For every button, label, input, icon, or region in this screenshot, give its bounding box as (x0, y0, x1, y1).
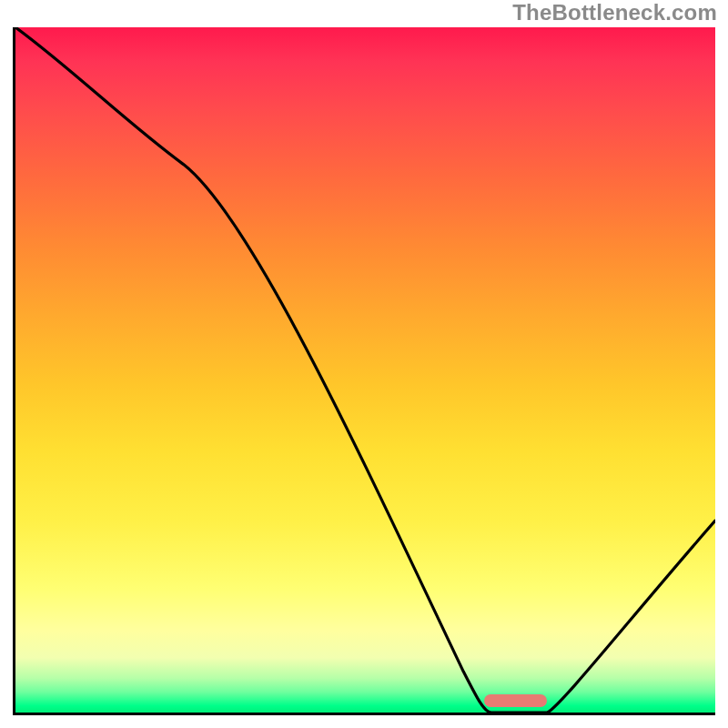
bottleneck-curve (15, 27, 715, 713)
optimal-range-marker (484, 694, 547, 707)
watermark-text: TheBottleneck.com (512, 0, 717, 25)
plot-area (13, 27, 715, 715)
chart-canvas: TheBottleneck.com (0, 0, 728, 728)
